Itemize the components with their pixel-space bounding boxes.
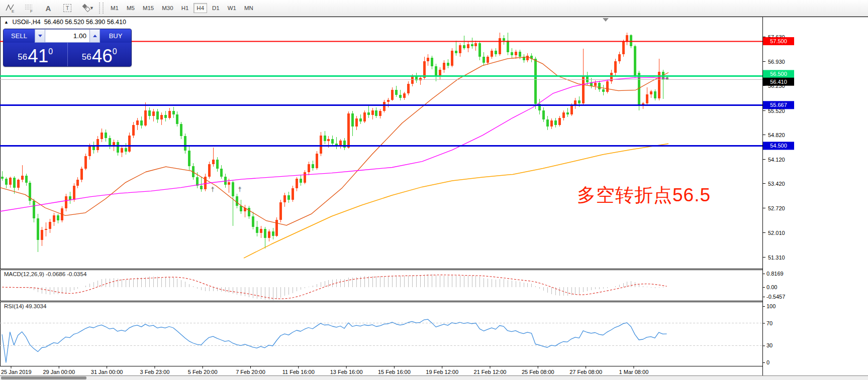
timeframe-button-W1[interactable]: W1 [225, 3, 239, 13]
svg-text:51.310: 51.310 [768, 255, 785, 261]
buy-price-prefix: 56 [82, 52, 91, 62]
arrow-down-icon [38, 35, 42, 37]
rsi-indicator-label: RSI(14) 49.3034 [4, 303, 46, 309]
buy-price-pip: 0 [113, 47, 117, 56]
svg-text:-0.5457: -0.5457 [766, 294, 785, 300]
svg-text:25 Feb 08:00: 25 Feb 08:00 [522, 369, 554, 375]
horizontal-scrollbar[interactable] [0, 375, 868, 380]
timeframe-button-M1[interactable]: M1 [108, 3, 122, 13]
elliott-waves-icon[interactable]: E [4, 2, 16, 14]
svg-text:25 Jan 2019: 25 Jan 2019 [1, 369, 32, 375]
timeframe-bar: M1M5M15M30H1H4D1W1MN [108, 3, 256, 13]
svg-text:52.010: 52.010 [768, 230, 785, 236]
svg-text:13 Feb 16:00: 13 Feb 16:00 [330, 369, 363, 375]
timeframe-button-M15[interactable]: M15 [140, 3, 157, 13]
svg-text:3 Feb 23:00: 3 Feb 23:00 [140, 369, 170, 375]
svg-text:57.500: 57.500 [770, 38, 787, 44]
timeframe-button-M5[interactable]: M5 [124, 3, 138, 13]
one-click-trade-panel: SELL BUY 56 41 0 56 46 0 [3, 29, 132, 67]
svg-text:54.120: 54.120 [768, 157, 785, 163]
svg-text:30: 30 [766, 342, 773, 348]
mt4-window: { "toolbar": { "tools": [ {"name": "elli… [0, 0, 868, 380]
buy-button[interactable]: BUY [100, 29, 131, 43]
sell-price-pip: 0 [48, 47, 53, 56]
svg-text:31 Jan 00:00: 31 Jan 00:00 [91, 369, 123, 375]
buy-price-digits: 46 [92, 48, 113, 65]
svg-text:100: 100 [766, 303, 776, 309]
chart-title: ▲ USOil-,H4 56.460 56.520 56.390 56.410 [4, 19, 126, 26]
svg-text:†: † [211, 185, 214, 193]
sell-button[interactable]: SELL [4, 29, 35, 43]
volume-input[interactable] [45, 29, 89, 43]
svg-text:0.8169: 0.8169 [766, 271, 784, 277]
timeframe-button-D1[interactable]: D1 [209, 3, 223, 13]
collapse-icon[interactable]: ▲ [4, 20, 9, 25]
timeframe-button-M30[interactable]: M30 [159, 3, 176, 13]
svg-text:7 Feb 20:00: 7 Feb 20:00 [236, 369, 265, 375]
text-label-icon[interactable]: A [42, 2, 54, 14]
svg-text:70: 70 [766, 320, 773, 326]
timeframe-button-H1[interactable]: H1 [178, 3, 192, 13]
svg-text:54.820: 54.820 [768, 132, 785, 138]
sell-price-digits: 41 [28, 48, 48, 65]
svg-text:11 Feb 16:00: 11 Feb 16:00 [282, 369, 315, 375]
svg-text:1 Mar 08:00: 1 Mar 08:00 [619, 369, 649, 375]
svg-text:E: E [12, 9, 14, 13]
svg-text:5 Feb 20:00: 5 Feb 20:00 [188, 369, 218, 375]
toolbar-drag-handle[interactable] [99, 3, 104, 14]
timeframe-button-H4[interactable]: H4 [194, 3, 207, 13]
svg-text:27 Feb 08:00: 27 Feb 08:00 [569, 369, 602, 375]
macd-indicator-label: MACD(12,26,9) -0.0686 -0.0354 [4, 271, 86, 277]
svg-text:F: F [30, 9, 33, 13]
svg-text:19 Feb 12:00: 19 Feb 12:00 [426, 369, 458, 375]
sell-price-prefix: 56 [18, 52, 27, 62]
buy-price-panel[interactable]: 56 46 0 [67, 43, 132, 66]
svg-text:52.720: 52.720 [768, 205, 785, 211]
svg-text:56.930: 56.930 [768, 59, 785, 65]
ohlc-values: 56.460 56.520 56.390 56.410 [44, 19, 126, 26]
svg-text:21 Feb 12:00: 21 Feb 12:00 [474, 369, 507, 375]
svg-text:55.667: 55.667 [770, 102, 787, 108]
svg-text:54.500: 54.500 [770, 143, 787, 149]
svg-text:56.500: 56.500 [770, 71, 787, 77]
volume-increase-button[interactable] [89, 29, 100, 43]
arrow-up-icon [93, 35, 97, 37]
svg-text:56.410: 56.410 [770, 79, 787, 85]
symbol-period-label: USOil-,H4 [12, 19, 40, 26]
volume-decrease-button[interactable] [35, 29, 45, 43]
timeframe-button-MN[interactable]: MN [241, 3, 256, 13]
svg-text:0.00: 0.00 [766, 284, 777, 290]
time-axis[interactable]: 25 Jan 201929 Jan 00:0031 Jan 00:003 Feb… [1, 366, 648, 375]
chart-text-annotation: 多空转折点56.5 [577, 183, 711, 208]
svg-text:†: † [238, 185, 241, 193]
sell-price-panel[interactable]: 56 41 0 [4, 43, 67, 66]
svg-text:53.420: 53.420 [768, 181, 785, 187]
svg-text:0: 0 [766, 359, 769, 365]
svg-text:15 Feb 16:00: 15 Feb 16:00 [378, 369, 411, 375]
svg-text:29 Jan 00:00: 29 Jan 00:00 [43, 369, 75, 375]
scrollbar-thumb[interactable] [1, 376, 86, 379]
shapes-icon[interactable] [80, 2, 92, 14]
text-box-icon[interactable]: T [61, 2, 73, 14]
fibonacci-grid-icon[interactable]: F [23, 2, 35, 14]
top-toolbar: EFAT ▼ M1M5M15M30H1H4D1W1MN [0, 0, 868, 17]
